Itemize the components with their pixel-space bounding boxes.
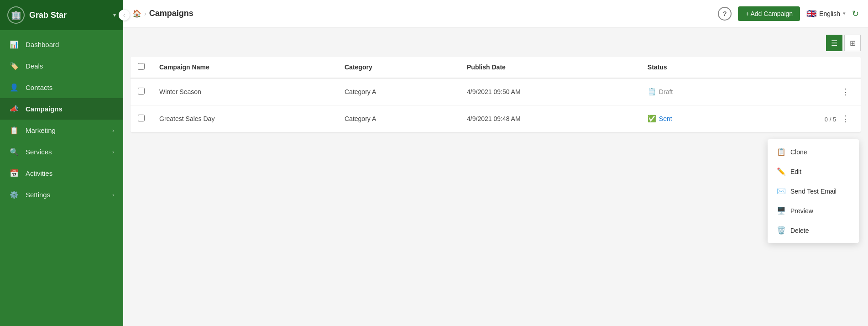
sidebar-collapse-button[interactable]: ‹ xyxy=(119,10,130,21)
sidebar-label-activities: Activities xyxy=(26,169,114,177)
sidebar-nav: 📊 Dashboard 🏷️ Deals 👤 Contacts 📣 Campai… xyxy=(0,30,123,326)
table-header: Campaign Name Category Publish Date Stat… xyxy=(131,57,861,78)
settings-icon: ⚙️ xyxy=(9,190,19,199)
context-preview-label: Preview xyxy=(790,207,813,215)
status-cell: 🗒️ Draft xyxy=(640,78,746,105)
sidebar-label-deals: Deals xyxy=(26,62,114,70)
topbar-right: ? + Add Campaign 🇬🇧 English ▾ ↻ xyxy=(718,6,859,21)
context-menu-item-clone[interactable]: 📋 Clone xyxy=(768,142,859,162)
context-preview-icon: 🖥️ xyxy=(777,206,785,215)
status-icon: 🗒️ xyxy=(648,88,656,96)
table-row: Winter Season Category A 4/9/2021 09:50 … xyxy=(131,78,861,105)
sidebar-label-contacts: Contacts xyxy=(26,84,114,91)
context-menu-item-edit[interactable]: ✏️ Edit xyxy=(768,162,859,181)
context-send-test-icon: ✉️ xyxy=(777,187,785,195)
context-clone-label: Clone xyxy=(790,148,807,156)
dashboard-icon: 📊 xyxy=(9,40,19,49)
context-delete-label: Delete xyxy=(790,227,809,234)
campaign-name-cell: Winter Season xyxy=(152,78,337,105)
category-cell: Category A xyxy=(337,105,460,132)
col-category: Category xyxy=(337,57,460,78)
context-send-test-label: Send Test Email xyxy=(790,188,837,195)
settings-arrow-icon: › xyxy=(112,192,114,198)
language-chevron-icon: ▾ xyxy=(843,11,846,16)
sidebar-label-campaigns: Campaigns xyxy=(26,105,114,113)
row-checkbox-cell xyxy=(131,105,152,132)
row-checkbox-0[interactable] xyxy=(138,88,145,95)
content-area: ☰ ⊞ Campaign Name Category Publish Date … xyxy=(123,27,868,326)
row-actions-button-0[interactable]: ⋮ xyxy=(838,85,853,99)
sidebar-item-deals[interactable]: 🏷️ Deals xyxy=(0,55,123,77)
publish-date-cell: 4/9/2021 09:50 AM xyxy=(460,78,640,105)
sidebar-label-services: Services xyxy=(26,148,106,156)
add-campaign-button[interactable]: + Add Campaign xyxy=(738,6,800,21)
col-campaign-name: Campaign Name xyxy=(152,57,337,78)
status-badge: ✅ Sent xyxy=(648,115,672,123)
publish-date-cell: 4/9/2021 09:48 AM xyxy=(460,105,640,132)
campaigns-table-container: Campaign Name Category Publish Date Stat… xyxy=(131,57,861,132)
help-button[interactable]: ? xyxy=(718,7,732,21)
topbar: 🏠 › Campaigns ? + Add Campaign 🇬🇧 Englis… xyxy=(123,0,868,27)
sidebar-item-settings[interactable]: ⚙️ Settings › xyxy=(0,184,123,205)
services-arrow-icon: › xyxy=(112,149,114,155)
sidebar-item-contacts[interactable]: 👤 Contacts xyxy=(0,77,123,98)
table-body: Winter Season Category A 4/9/2021 09:50 … xyxy=(131,78,861,132)
flag-icon: 🇬🇧 xyxy=(806,9,816,19)
brand-chevron-icon: ▾ xyxy=(113,12,116,18)
list-view-button[interactable]: ☰ xyxy=(826,35,842,51)
context-menu: 📋 Clone ✏️ Edit ✉️ Send Test Email 🖥️ Pr… xyxy=(768,139,859,243)
campaigns-table: Campaign Name Category Publish Date Stat… xyxy=(131,57,861,132)
row-actions-button-1[interactable]: ⋮ xyxy=(838,112,853,126)
card-view-button[interactable]: ⊞ xyxy=(844,35,861,51)
language-selector[interactable]: 🇬🇧 English ▾ xyxy=(806,9,846,19)
status-badge: 🗒️ Draft xyxy=(648,88,673,96)
sidebar-item-marketing[interactable]: 📋 Marketing › xyxy=(0,120,123,141)
main-area: 🏠 › Campaigns ? + Add Campaign 🇬🇧 Englis… xyxy=(123,0,868,326)
sidebar-header: 🏢 Grab Star ▾ ‹ xyxy=(0,0,123,30)
sidebar-label-marketing: Marketing xyxy=(26,126,106,134)
home-icon[interactable]: 🏠 xyxy=(132,9,141,18)
breadcrumb-separator: › xyxy=(144,10,146,17)
status-text: Sent xyxy=(659,115,672,122)
sidebar-item-campaigns[interactable]: 📣 Campaigns xyxy=(0,98,123,120)
page-title: Campaigns xyxy=(149,9,193,18)
score-value: 0 / 5 xyxy=(825,116,836,123)
row-checkbox-1[interactable] xyxy=(138,115,145,121)
select-all-checkbox[interactable] xyxy=(138,63,145,70)
col-publish-date: Publish Date xyxy=(460,57,640,78)
context-menu-item-preview[interactable]: 🖥️ Preview xyxy=(768,201,859,221)
view-toggle: ☰ ⊞ xyxy=(131,35,861,51)
actions-cell: ⋮ xyxy=(746,78,861,105)
row-checkbox-cell xyxy=(131,78,152,105)
context-clone-icon: 📋 xyxy=(777,147,785,156)
sidebar-item-activities[interactable]: 📅 Activities xyxy=(0,163,123,184)
marketing-arrow-icon: › xyxy=(112,127,114,134)
category-cell: Category A xyxy=(337,78,460,105)
select-all-header xyxy=(131,57,152,78)
activities-icon: 📅 xyxy=(9,169,19,178)
context-delete-icon: 🗑️ xyxy=(777,226,785,235)
context-edit-label: Edit xyxy=(790,168,801,175)
sidebar-item-dashboard[interactable]: 📊 Dashboard xyxy=(0,34,123,55)
col-status: Status xyxy=(640,57,746,78)
actions-cell: 0 / 5 ⋮ xyxy=(746,105,861,132)
breadcrumb: 🏠 › Campaigns xyxy=(132,9,193,18)
language-label: English xyxy=(819,10,840,17)
campaigns-icon: 📣 xyxy=(9,105,19,113)
brand-logo: 🏢 xyxy=(7,6,25,24)
col-actions xyxy=(746,57,861,78)
context-menu-item-delete[interactable]: 🗑️ Delete xyxy=(768,221,859,240)
refresh-button[interactable]: ↻ xyxy=(852,9,859,19)
contacts-icon: 👤 xyxy=(9,83,19,92)
sidebar-label-dashboard: Dashboard xyxy=(26,41,114,48)
campaign-name-cell: Greatest Sales Day xyxy=(152,105,337,132)
marketing-icon: 📋 xyxy=(9,126,19,135)
sidebar: 🏢 Grab Star ▾ ‹ 📊 Dashboard 🏷️ Deals 👤 C… xyxy=(0,0,123,326)
status-icon: ✅ xyxy=(648,115,656,123)
deals-icon: 🏷️ xyxy=(9,62,19,70)
table-row: Greatest Sales Day Category A 4/9/2021 0… xyxy=(131,105,861,132)
services-icon: 🔍 xyxy=(9,147,19,156)
sidebar-item-services[interactable]: 🔍 Services › xyxy=(0,141,123,163)
context-edit-icon: ✏️ xyxy=(777,167,785,176)
context-menu-item-send-test[interactable]: ✉️ Send Test Email xyxy=(768,181,859,201)
